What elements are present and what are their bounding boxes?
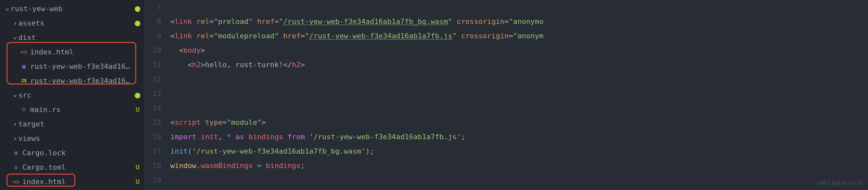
folder-src[interactable]: src● [0,88,144,102]
tree-item-label: rust-yew-web-f3e34ad16ab1a7fb_bg.wasm [30,62,134,70]
line-number: 13 [144,87,161,101]
folder-assets[interactable]: assets● [0,16,144,30]
gear-file-icon: ⚙ [12,164,20,171]
rs-file-icon: ® [20,106,28,113]
folder-rust-yew-web[interactable]: rust-yew-web● [0,1,144,16]
code-line[interactable]: <link rel="preload" href="/rust-yew-web-… [170,14,868,29]
code-line[interactable] [170,87,868,101]
file-cargo-lock[interactable]: ≡Cargo.lock [0,146,144,160]
folder-views[interactable]: views [0,131,144,146]
code-line[interactable] [170,101,868,115]
code-line[interactable]: <h2>hello, rust-turnk!</h2> [170,58,868,72]
git-status-indicator: U [134,105,142,113]
file-rust-yew-web-f3e34ad16ab1a7fb-bg-wasm[interactable]: ▣rust-yew-web-f3e34ad16ab1a7fb_bg.wasm [0,59,144,73]
line-number: 7 [144,0,161,14]
tree-item-label: target [18,120,134,128]
tree-item-label: Cargo.lock [22,149,134,157]
code-line[interactable]: init('/rust-yew-web-f3e34ad16ab1a7fb_bg.… [170,144,868,159]
code-line[interactable] [170,72,868,87]
file-rust-yew-web-f3e34ad16ab1a7fb-js[interactable]: JSrust-yew-web-f3e34ad16ab1a7fb.js [0,73,144,88]
folder-target[interactable]: target [0,117,144,131]
tree-item-label: dist [18,33,134,41]
chevron-right-icon[interactable] [12,120,18,128]
html-file-icon: <> [12,178,20,185]
code-line[interactable]: window.wasmBindings = bindings; [170,159,868,173]
tree-item-label: index.html [22,178,134,186]
git-status-indicator: U [134,178,142,185]
lock-file-icon: ≡ [12,149,20,156]
line-number: 17 [144,144,161,159]
watermark-text: @稀土掘金技术社区 [817,180,863,187]
tree-item-label: main.rs [30,105,134,114]
code-editor[interactable]: 78910111213141516171819 <link rel="prelo… [144,0,868,190]
chevron-right-icon[interactable] [12,19,18,27]
line-number: 14 [144,101,161,115]
line-number: 9 [144,29,161,43]
git-status-indicator: U [134,163,142,171]
code-line[interactable]: <script type="module"> [170,115,868,130]
tree-item-label: assets [18,19,134,27]
line-number: 12 [144,72,161,87]
tree-item-label: rust-yew-web [10,5,134,13]
line-number: 11 [144,58,161,72]
line-number: 8 [144,14,161,29]
line-number-gutter: 78910111213141516171819 [144,0,170,190]
code-content[interactable]: <link rel="preload" href="/rust-yew-web-… [170,0,868,190]
tree-item-label: Cargo.toml [22,163,134,171]
file-index-html[interactable]: <>index.html [0,44,144,59]
chevron-down-icon[interactable] [12,33,18,41]
tree-item-label: rust-yew-web-f3e34ad16ab1a7fb.js [30,77,134,85]
chevron-right-icon[interactable] [12,134,18,142]
code-line[interactable] [170,173,868,187]
wasm-file-icon: ▣ [20,63,28,70]
file-main-rs[interactable]: ®main.rsU [0,102,144,117]
code-line[interactable]: <body> [170,43,868,58]
line-number: 19 [144,173,161,187]
line-number: 15 [144,115,161,130]
code-line[interactable]: <link rel="modulepreload" href="/rust-ye… [170,29,868,43]
line-number: 18 [144,159,161,173]
line-number: 16 [144,130,161,144]
file-index-html[interactable]: <>index.htmlU [0,174,144,189]
line-number: 10 [144,43,161,58]
tree-item-label: views [18,134,134,142]
folder-dist[interactable]: dist [0,30,144,44]
tree-item-label: index.html [30,48,134,56]
code-line[interactable]: import init, * as bindings from '/rust-y… [170,130,868,144]
code-line[interactable] [170,0,868,14]
js-file-icon: JS [20,78,28,83]
chevron-down-icon[interactable] [12,91,18,99]
file-cargo-toml[interactable]: ⚙Cargo.tomlU [0,160,144,174]
chevron-down-icon[interactable] [4,5,10,13]
file-explorer-sidebar: rust-yew-web●assets●dist<>index.html▣rus… [0,0,144,190]
tree-item-label: src [18,91,134,99]
html-file-icon: <> [20,49,28,55]
